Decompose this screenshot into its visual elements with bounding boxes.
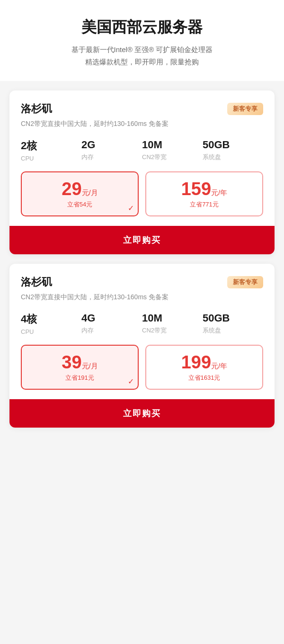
subtitle-line2: 精选爆款机型，即开即用，限量抢购: [9, 56, 275, 68]
new-badge: 新客专享: [227, 103, 263, 115]
price-number-0: 29: [62, 179, 81, 199]
price-unit-1: 元/年: [211, 362, 227, 371]
spec-item-0: 4核 CPU: [21, 312, 81, 335]
card-body: 洛杉矶 新客专享 CN2带宽直接中国大陆，延时约130-160ms 免备案 4核…: [9, 264, 275, 399]
specs-row: 4核 CPU 4G 内存 10M CN2带宽 50GB 系统盘: [21, 312, 263, 335]
price-saving-1: 立省1631元: [188, 374, 221, 382]
spec-label-0: CPU: [21, 328, 81, 335]
checkmark-icon: ✓: [128, 204, 134, 213]
card-header-row: 洛杉矶 新客专享: [21, 275, 263, 289]
card-location: 洛杉矶: [21, 102, 52, 116]
price-box-1[interactable]: 159 元/年 立省771元: [145, 171, 263, 216]
spec-item-1: 2G 内存: [81, 139, 142, 162]
spec-item-3: 50GB 系统盘: [203, 312, 263, 335]
spec-item-1: 4G 内存: [81, 312, 142, 335]
card-0: 洛杉矶 新客专享 CN2带宽直接中国大陆，延时约130-160ms 免备案 2核…: [9, 90, 275, 254]
card-desc: CN2带宽直接中国大陆，延时约130-160ms 免备案: [21, 293, 263, 302]
checkmark-icon: ✓: [128, 377, 134, 386]
spec-label-1: 内存: [81, 153, 142, 161]
spec-value-1: 2G: [81, 139, 142, 151]
spec-label-3: 系统盘: [203, 326, 263, 335]
price-saving-1: 立省771元: [190, 200, 219, 209]
price-main-0: 29 元/月: [62, 179, 98, 199]
price-unit-1: 元/年: [211, 188, 227, 197]
card-desc: CN2带宽直接中国大陆，延时约130-160ms 免备案: [21, 120, 263, 128]
price-row: 39 元/月 立省191元 ✓ 199 元/年 立省1631元: [21, 345, 263, 390]
spec-value-3: 50GB: [203, 312, 263, 324]
card-footer: 立即购买: [9, 226, 275, 254]
spec-label-1: 内存: [81, 326, 142, 335]
price-saving-0: 立省54元: [67, 200, 92, 209]
card-body: 洛杉矶 新客专享 CN2带宽直接中国大陆，延时约130-160ms 免备案 2核…: [9, 90, 275, 226]
page-title: 美国西部云服务器: [9, 17, 275, 38]
buy-button-label: 立即购买: [123, 235, 161, 245]
page-header: 美国西部云服务器 基于最新一代Intel® 至强® 可扩展铂金处理器 精选爆款机…: [0, 0, 284, 81]
spec-value-0: 2核: [21, 139, 81, 153]
price-unit-0: 元/月: [82, 362, 98, 371]
spec-value-0: 4核: [21, 312, 81, 326]
buy-button-label: 立即购买: [123, 409, 161, 418]
price-main-1: 159 元/年: [181, 179, 228, 199]
specs-row: 2核 CPU 2G 内存 10M CN2带宽 50GB 系统盘: [21, 139, 263, 162]
card-location: 洛杉矶: [21, 275, 52, 289]
buy-button[interactable]: 立即购买: [9, 226, 275, 254]
spec-item-3: 50GB 系统盘: [203, 139, 263, 162]
price-main-1: 199 元/年: [181, 352, 228, 373]
spec-value-3: 50GB: [203, 139, 263, 151]
price-main-0: 39 元/月: [62, 352, 98, 373]
spec-value-2: 10M: [142, 139, 203, 151]
subtitle-line1: 基于最新一代Intel® 至强® 可扩展铂金处理器: [9, 44, 275, 56]
spec-value-1: 4G: [81, 312, 142, 324]
card-1: 洛杉矶 新客专享 CN2带宽直接中国大陆，延时约130-160ms 免备案 4核…: [9, 264, 275, 428]
price-box-1[interactable]: 199 元/年 立省1631元: [145, 345, 263, 390]
price-number-1: 199: [181, 352, 211, 373]
new-badge: 新客专享: [227, 276, 263, 288]
price-unit-0: 元/月: [82, 188, 98, 197]
spec-item-2: 10M CN2带宽: [142, 139, 203, 162]
price-number-1: 159: [181, 179, 211, 199]
price-saving-0: 立省191元: [65, 374, 94, 382]
spec-label-2: CN2带宽: [142, 153, 203, 161]
price-number-0: 39: [62, 352, 81, 373]
spec-item-0: 2核 CPU: [21, 139, 81, 162]
card-footer: 立即购买: [9, 399, 275, 428]
page-subtitle: 基于最新一代Intel® 至强® 可扩展铂金处理器 精选爆款机型，即开即用，限量…: [9, 44, 275, 68]
spec-item-2: 10M CN2带宽: [142, 312, 203, 335]
card-header-row: 洛杉矶 新客专享: [21, 102, 263, 116]
spec-label-0: CPU: [21, 155, 81, 162]
price-box-0[interactable]: 39 元/月 立省191元 ✓: [21, 345, 139, 390]
spec-label-2: CN2带宽: [142, 326, 203, 335]
spec-value-2: 10M: [142, 312, 203, 324]
price-box-0[interactable]: 29 元/月 立省54元 ✓: [21, 171, 139, 216]
buy-button[interactable]: 立即购买: [9, 399, 275, 428]
spec-label-3: 系统盘: [203, 153, 263, 161]
price-row: 29 元/月 立省54元 ✓ 159 元/年 立省771元: [21, 171, 263, 216]
